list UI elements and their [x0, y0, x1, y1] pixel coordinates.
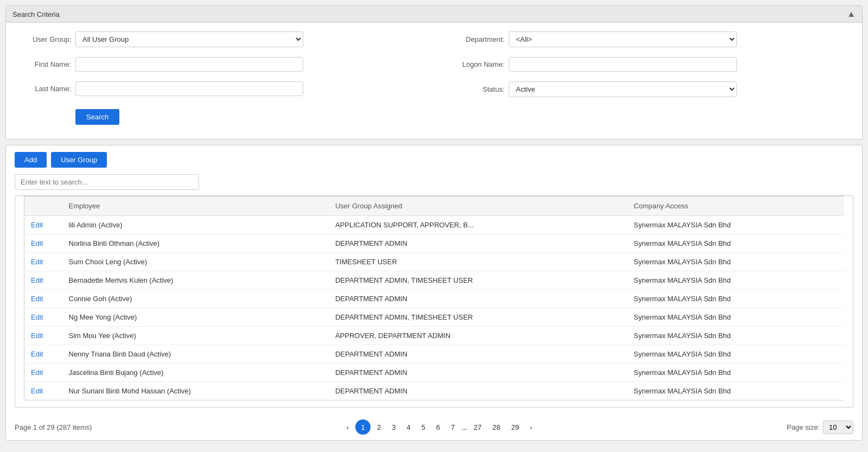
search-button[interactable]: Search [75, 109, 119, 125]
usergroup-cell-4: DEPARTMENT ADMIN [329, 290, 627, 308]
logon-name-input[interactable] [509, 57, 737, 72]
page-size-label: Page size: [787, 423, 820, 431]
edit-link-4[interactable]: Edit [31, 295, 43, 303]
employee-cell-2: Sum Chooi Leng (Active) [62, 253, 329, 271]
page-1-button[interactable]: 1 [355, 419, 371, 435]
col-header-employee: Employee [62, 196, 329, 216]
employee-cell-5: Ng Mee Yong (Active) [62, 308, 329, 327]
first-name-label: First Name: [17, 60, 71, 68]
table-row: Edit Bernadette Merlvis Kulen (Active) D… [24, 271, 845, 290]
last-name-input[interactable] [75, 81, 303, 96]
page-27-button[interactable]: 27 [469, 421, 486, 434]
col-header-action [24, 196, 62, 216]
collapse-icon[interactable]: ▲ [847, 9, 856, 19]
company-cell-1: Synermax MALAYSIA Sdn Bhd [627, 234, 844, 253]
table-row: Edit Sim Mou Yee (Active) APPROVER, DEPA… [24, 327, 845, 345]
users-table: Employee User Group Assigned Company Acc… [24, 196, 844, 400]
table-row: Edit Nur Suriani Binti Mohd Hassan (Acti… [24, 382, 845, 400]
pagination-bar: Page 1 of 29 (287 items) ‹ 1 2 3 4 5 6 7… [6, 414, 862, 440]
edit-link-2[interactable]: Edit [31, 258, 43, 266]
edit-link-8[interactable]: Edit [31, 368, 43, 377]
company-cell-5: Synermax MALAYSIA Sdn Bhd [627, 308, 844, 327]
last-name-row: Last Name: [17, 81, 418, 96]
first-name-row: First Name: [17, 57, 418, 72]
company-cell-8: Synermax MALAYSIA Sdn Bhd [627, 364, 844, 382]
usergroup-cell-7: DEPARTMENT ADMIN [329, 345, 627, 364]
table-row: Edit Norlina Binti Othman (Active) DEPAR… [24, 234, 845, 253]
employee-cell-7: Nenny Triana Binti Daud (Active) [62, 345, 329, 364]
col-header-usergroup: User Group Assigned [329, 196, 627, 216]
search-criteria-title: Search Criteria [12, 10, 60, 18]
logon-name-row: Logon Name: [450, 57, 851, 72]
edit-cell-3: Edit [24, 271, 62, 290]
table-row: Edit Nenny Triana Binti Daud (Active) DE… [24, 345, 845, 364]
usergroup-cell-9: DEPARTMENT ADMIN [329, 382, 627, 400]
page-28-button[interactable]: 28 [488, 421, 505, 434]
table-row: Edit Connie Goh (Active) DEPARTMENT ADMI… [24, 290, 845, 308]
page-3-button[interactable]: 3 [387, 421, 400, 434]
usergroup-cell-8: DEPARTMENT ADMIN [329, 364, 627, 382]
company-cell-7: Synermax MALAYSIA Sdn Bhd [627, 345, 844, 364]
edit-link-7[interactable]: Edit [31, 350, 43, 358]
edit-cell-2: Edit [24, 253, 62, 271]
department-select[interactable]: <All> [509, 31, 737, 47]
table-header: Employee User Group Assigned Company Acc… [24, 196, 845, 216]
employee-cell-1: Norlina Binti Othman (Active) [62, 234, 329, 253]
usergroup-cell-3: DEPARTMENT ADMIN, TIMESHEET USER [329, 271, 627, 290]
company-cell-2: Synermax MALAYSIA Sdn Bhd [627, 253, 844, 271]
table-wrapper: Employee User Group Assigned Company Acc… [15, 195, 853, 408]
page-6-button[interactable]: 6 [432, 421, 444, 434]
last-name-label: Last Name: [17, 85, 71, 93]
page-2-button[interactable]: 2 [373, 421, 385, 434]
edit-link-3[interactable]: Edit [31, 276, 43, 284]
add-button[interactable]: Add [15, 152, 47, 168]
table-search-input[interactable] [15, 174, 199, 190]
search-box-wrap [6, 174, 862, 195]
employee-cell-0: lili Admin (Active) [62, 216, 329, 234]
edit-link-0[interactable]: Edit [31, 221, 43, 229]
search-form-grid: User Group: All User Group APPLICATION S… [17, 31, 851, 130]
edit-cell-1: Edit [24, 234, 62, 253]
edit-link-6[interactable]: Edit [31, 332, 43, 340]
company-cell-0: Synermax MALAYSIA Sdn Bhd [627, 216, 844, 234]
usergroup-cell-1: DEPARTMENT ADMIN [329, 234, 627, 253]
logon-name-input-wrap [509, 57, 737, 72]
usergroup-cell-5: DEPARTMENT ADMIN, TIMESHEET USER [329, 308, 627, 327]
page-ellipsis: ... [461, 423, 467, 431]
page-prev-button[interactable]: ‹ [342, 421, 353, 434]
department-row: Department: <All> [450, 31, 851, 47]
user-group-label: User Group: [17, 35, 71, 43]
page-29-button[interactable]: 29 [507, 421, 523, 434]
page-nav: ‹ 1 2 3 4 5 6 7 ... 27 28 29 › [342, 419, 537, 435]
page-next-button[interactable]: › [526, 421, 537, 434]
table-body: Edit lili Admin (Active) APPLICATION SUP… [24, 216, 845, 400]
search-button-row: Search [17, 106, 418, 125]
user-group-select[interactable]: All User Group APPLICATION SUPPORT APPRO… [75, 31, 303, 47]
first-name-input[interactable] [75, 57, 303, 72]
table-row: Edit Jascelina Binti Bujang (Active) DEP… [24, 364, 845, 382]
edit-link-9[interactable]: Edit [31, 387, 43, 395]
search-criteria-body: User Group: All User Group APPLICATION S… [6, 23, 862, 139]
user-group-button[interactable]: User Group [51, 152, 107, 168]
department-label: Department: [450, 35, 505, 43]
table-header-row: Employee User Group Assigned Company Acc… [24, 196, 845, 216]
table-row: Edit Sum Chooi Leng (Active) TIMESHEET U… [24, 253, 845, 271]
logon-name-label: Logon Name: [450, 60, 505, 68]
edit-link-5[interactable]: Edit [31, 313, 43, 321]
status-label: Status: [450, 85, 505, 93]
status-select[interactable]: Active Inactive All [509, 81, 737, 97]
employee-cell-9: Nur Suriani Binti Mohd Hassan (Active) [62, 382, 329, 400]
edit-cell-0: Edit [24, 216, 62, 234]
employee-cell-6: Sim Mou Yee (Active) [62, 327, 329, 345]
page-5-button[interactable]: 5 [417, 421, 430, 434]
edit-cell-7: Edit [24, 345, 62, 364]
page-size-select[interactable]: 10 20 50 100 [823, 421, 853, 434]
page-4-button[interactable]: 4 [402, 421, 414, 434]
page-7-button[interactable]: 7 [446, 421, 459, 434]
search-criteria-header: Search Criteria ▲ [6, 6, 862, 23]
edit-link-1[interactable]: Edit [31, 239, 43, 247]
user-group-input-wrap: All User Group APPLICATION SUPPORT APPRO… [75, 31, 303, 47]
results-panel: Add User Group Employee User Group Assig… [5, 145, 863, 441]
usergroup-cell-0: APPLICATION SUPPORT, APPROVER, B... [329, 216, 627, 234]
pagination-info: Page 1 of 29 (287 items) [15, 423, 92, 431]
